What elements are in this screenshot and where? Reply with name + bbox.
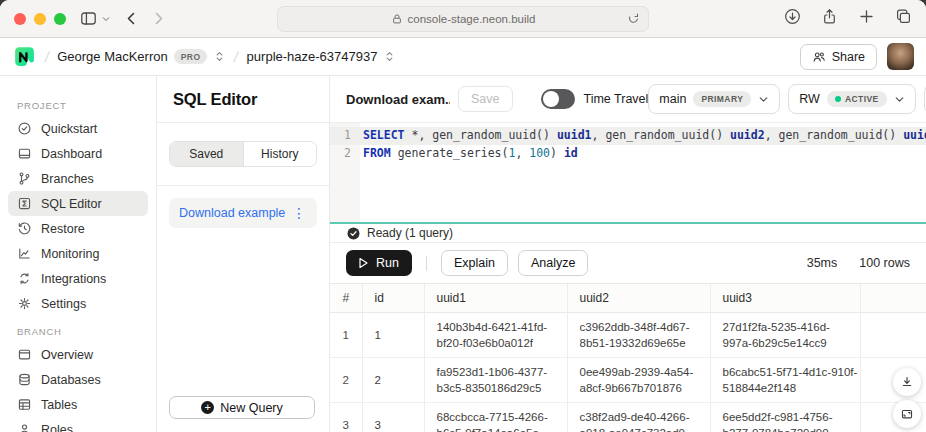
org-selector[interactable]: George MacKerron PRO: [57, 49, 226, 64]
new-tab-icon[interactable]: [858, 8, 875, 29]
line-number: 2: [330, 145, 360, 163]
back-button[interactable]: [123, 10, 140, 27]
saved-query-item[interactable]: Download example ⋮: [169, 198, 317, 228]
column-header: #: [330, 284, 362, 313]
tab-history[interactable]: History: [244, 142, 317, 166]
code-line[interactable]: 1SELECT *, gen_random_uuid() uuid1, gen_…: [330, 127, 926, 145]
code-line[interactable]: 2FROM generate_series(1, 100) id: [330, 145, 926, 163]
git-branch-icon: [17, 171, 32, 186]
sidebar-item-roles[interactable]: Roles: [8, 417, 148, 432]
result-row: 11140b3b4d-6421-41fd-bf20-f03e6b0a012fc3…: [330, 313, 926, 358]
expand-results-button[interactable]: [893, 400, 921, 428]
save-button[interactable]: Save: [458, 86, 513, 112]
neon-logo-icon[interactable]: [12, 44, 37, 69]
project-selector[interactable]: purple-haze-63747937: [247, 49, 397, 64]
actions-row: Run Explain Analyze 35ms 100 rows: [330, 243, 926, 283]
code-area[interactable]: 1SELECT *, gen_random_uuid() uuid1, gen_…: [330, 123, 926, 222]
primary-badge: PRIMARY: [693, 91, 751, 107]
sql-editor-icon: [17, 196, 32, 211]
result-cell: 2: [330, 358, 362, 403]
run-button[interactable]: Run: [346, 250, 412, 276]
query-title: Download exam...: [346, 92, 450, 107]
window-controls: [14, 13, 66, 25]
queries-panel: SQL Editor Saved History Download exampl…: [157, 76, 330, 432]
active-badge: ACTIVE: [827, 91, 887, 107]
sidebar-item-label: Integrations: [41, 272, 106, 286]
query-status-bar: Ready (1 query): [330, 222, 926, 243]
play-icon: [356, 256, 370, 270]
compute-select[interactable]: RW ACTIVE: [788, 84, 915, 114]
sidebar-item-dashboard[interactable]: Dashboard: [8, 141, 148, 166]
address-bar[interactable]: console-stage.neon.build: [277, 6, 649, 32]
time-travel-toggle[interactable]: [541, 89, 575, 109]
query-duration: 35ms: [807, 256, 838, 270]
saved-history-tabs: Saved History: [169, 141, 317, 167]
share-button[interactable]: Share: [800, 44, 877, 70]
chevron-updown-icon: [383, 50, 396, 63]
sidebar-item-restore[interactable]: Restore: [8, 216, 148, 241]
forward-button[interactable]: [150, 10, 167, 27]
result-cell: b6cabc51-5f71-4d1c-910f-518844e2f148: [710, 358, 860, 403]
new-query-button[interactable]: + New Query: [169, 396, 315, 419]
database-icon: [17, 372, 32, 387]
overview-icon: [17, 347, 32, 362]
column-header: id: [362, 284, 424, 313]
kebab-menu-icon[interactable]: ⋮: [289, 206, 309, 220]
sidebar-nav: PROJECTQuickstartDashboardBranchesSQL Ed…: [0, 76, 157, 432]
close-window-button[interactable]: [14, 13, 26, 25]
user-avatar[interactable]: [887, 43, 914, 70]
column-header: uuid3: [710, 284, 860, 313]
sidebar-item-label: Roles: [41, 423, 73, 432]
column-header: uuid2: [567, 284, 710, 313]
result-cell: 140b3b4d-6421-41fd-bf20-f03e6b0a012f: [424, 313, 567, 358]
sidebar-item-branches[interactable]: Branches: [8, 166, 148, 191]
result-cell: 3: [362, 403, 424, 432]
sidebar-item-overview[interactable]: Overview: [8, 342, 148, 367]
sidebar-item-monitoring[interactable]: Monitoring: [8, 241, 148, 266]
explain-button[interactable]: Explain: [441, 250, 508, 276]
analyze-button[interactable]: Analyze: [518, 250, 588, 276]
result-cell: fa9523d1-1b06-4377-b3c5-8350186d29c5: [424, 358, 567, 403]
status-dot: [835, 96, 841, 102]
minimize-window-button[interactable]: [34, 13, 46, 25]
sidebar-item-integrations[interactable]: Integrations: [8, 266, 148, 291]
sidebar-item-sql-editor[interactable]: SQL Editor: [8, 191, 148, 216]
result-row: 3368ccbcca-7715-4266-b6c5-9f7a14ea6e5ec3…: [330, 403, 926, 432]
chevron-down-icon[interactable]: [101, 14, 111, 24]
sidebar-toggle-icon[interactable]: [80, 10, 97, 27]
sidebar-item-label: Settings: [41, 297, 86, 311]
result-row: 22fa9523d1-1b06-4377-b3c5-8350186d29c50e…: [330, 358, 926, 403]
result-cell: 27d1f2fa-5235-416d-997a-6b29c5e14cc9: [710, 313, 860, 358]
share-icon[interactable]: [821, 8, 838, 29]
app-header: / George MacKerron PRO / purple-haze-637…: [0, 38, 926, 76]
code-text: FROM generate_series(1, 100) id: [360, 145, 578, 163]
check-circle-icon: [347, 227, 360, 240]
result-cell: 0ee499ab-2939-4a54-a8cf-9b667b701876: [567, 358, 710, 403]
results-table: #iduuid1uuid2uuid3 11140b3b4d-6421-41fd-…: [330, 283, 926, 432]
tab-overview-icon[interactable]: [895, 8, 912, 29]
chevron-down-icon: [894, 94, 905, 105]
result-cell: 6ee5dd2f-c981-4756-b277-0784be729d90: [710, 403, 860, 432]
restore-clock-icon: [17, 221, 32, 236]
sidebar-item-label: Databases: [41, 373, 101, 387]
branch-select[interactable]: main PRIMARY: [648, 84, 780, 114]
reload-icon[interactable]: [627, 12, 640, 27]
downloads-icon[interactable]: [784, 8, 801, 29]
zoom-window-button[interactable]: [54, 13, 66, 25]
check-circle-icon: [17, 121, 32, 136]
sidebar-item-label: Dashboard: [41, 147, 102, 161]
sidebar-item-label: Overview: [41, 348, 93, 362]
sidebar-item-label: SQL Editor: [41, 197, 102, 211]
results-table-container: #iduuid1uuid2uuid3 11140b3b4d-6421-41fd-…: [330, 283, 926, 432]
tab-saved[interactable]: Saved: [170, 142, 244, 166]
plus-icon: +: [201, 401, 214, 414]
download-results-button[interactable]: [893, 368, 921, 396]
sidebar-item-settings[interactable]: Settings: [8, 291, 148, 316]
sidebar-item-tables[interactable]: Tables: [8, 392, 148, 417]
sidebar-item-databases[interactable]: Databases: [8, 367, 148, 392]
code-text: SELECT *, gen_random_uuid() uuid1, gen_r…: [360, 127, 926, 145]
dashboard-icon: [17, 146, 32, 161]
org-name: George MacKerron: [57, 49, 168, 64]
download-icon: [900, 375, 914, 389]
sidebar-item-quickstart[interactable]: Quickstart: [8, 116, 148, 141]
